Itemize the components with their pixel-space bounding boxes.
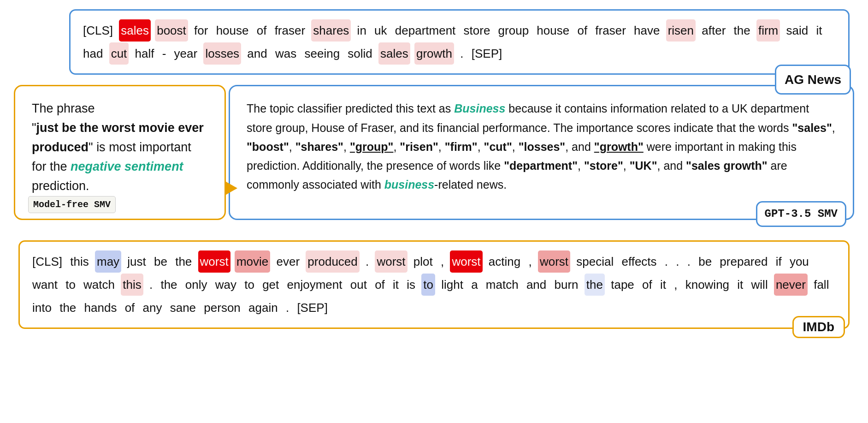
token: for: [192, 19, 210, 42]
token: firm: [756, 19, 780, 42]
model-free-suffix: prediction.: [32, 179, 89, 193]
token: of: [640, 274, 654, 296]
token: just: [125, 250, 148, 273]
token: .: [364, 250, 371, 273]
token: and: [525, 274, 548, 296]
token: worst: [375, 250, 407, 273]
token: in: [355, 19, 368, 42]
model-free-label: Model-free SMV: [28, 196, 116, 213]
gpt-text-part: "sales growth": [686, 159, 768, 172]
token: boost: [155, 19, 188, 42]
token: special: [574, 250, 615, 273]
token: solid: [346, 42, 374, 65]
gpt-text-part: business: [384, 178, 434, 191]
gpt-text-part: ,: [478, 140, 484, 153]
token: into: [30, 297, 53, 319]
gpt-explanation-text: The topic classifier predicted this text…: [247, 99, 836, 194]
token: again: [247, 297, 280, 319]
token: ,: [672, 274, 679, 296]
gpt-text-part: , and: [657, 159, 686, 172]
token: [SEP]: [295, 297, 329, 319]
gpt-smv-box: The topic classifier predicted this text…: [229, 85, 854, 220]
token: growth: [414, 42, 454, 65]
model-free-prefix: The phrase: [32, 101, 95, 115]
token: worst: [450, 250, 482, 273]
gpt-text-part: ,: [623, 159, 630, 172]
gpt-text-part: The topic classifier predicted this text…: [247, 102, 454, 115]
token: the: [159, 274, 179, 296]
token: prepared: [718, 250, 769, 273]
token: .: [148, 274, 154, 296]
token: ever: [275, 250, 302, 273]
gpt-text-part: ,: [438, 140, 445, 153]
token: -: [160, 42, 168, 65]
token: the: [58, 297, 78, 319]
token: hands: [83, 297, 119, 319]
token: this: [121, 274, 143, 296]
token: produced: [306, 250, 359, 273]
token: ,: [526, 250, 533, 273]
token: have: [632, 19, 661, 42]
token: half: [133, 42, 156, 65]
gpt-text-part: "group": [350, 140, 394, 153]
token: watch: [82, 274, 117, 296]
ag-news-tokens: [CLS] sales boost for house of fraser sh…: [81, 19, 838, 65]
token: risen: [666, 19, 696, 42]
token: plot: [412, 250, 435, 273]
token: sane: [168, 297, 198, 319]
token: house: [214, 19, 251, 42]
token: effects: [620, 250, 658, 273]
token: it: [735, 274, 745, 296]
model-free-smv-box: The phrase "just be the worst movie ever…: [14, 85, 226, 220]
token: it: [391, 274, 401, 296]
token: was: [273, 42, 298, 65]
gpt-text-part: "firm": [445, 140, 478, 153]
token: any: [141, 297, 164, 319]
token: a: [469, 274, 479, 296]
token: after: [700, 19, 727, 42]
token: it: [658, 274, 668, 296]
token: fraser: [593, 19, 627, 42]
token: you: [788, 250, 811, 273]
token: enjoyment: [285, 274, 344, 296]
token: want: [30, 274, 59, 296]
token: department: [393, 19, 458, 42]
imdb-tokens: [CLS] this may just be the worst movie e…: [30, 250, 838, 320]
token: this: [68, 250, 90, 273]
middle-row: The phrase "just be the worst movie ever…: [14, 78, 854, 220]
token: and: [245, 42, 269, 65]
token: may: [95, 250, 121, 273]
token: the: [732, 19, 752, 42]
gpt-text-part: ,: [512, 140, 519, 153]
token: if: [774, 250, 784, 273]
token: ,: [439, 250, 446, 273]
gpt-text-part: , and: [565, 140, 594, 153]
token: fall: [812, 274, 831, 296]
token: knowing: [684, 274, 731, 296]
token: sales: [378, 42, 410, 65]
token: is: [405, 274, 417, 296]
imdb-token-box: [CLS] this may just be the worst movie e…: [18, 240, 850, 329]
gpt-text-part: "growth": [594, 140, 644, 153]
model-free-quote-close: ": [89, 140, 93, 154]
gpt-text-part: ,: [289, 140, 295, 153]
token: of: [123, 297, 137, 319]
gpt-text-part: "sales": [792, 121, 832, 134]
gpt-text-part: -related news.: [434, 178, 507, 191]
gpt-text-part: "shares": [295, 140, 343, 153]
token: be: [152, 250, 169, 273]
gpt-text-part: ,: [343, 140, 350, 153]
token: house: [535, 19, 571, 42]
gpt-text-part: "department": [504, 159, 578, 172]
imdb-label: IMDb: [792, 316, 845, 338]
gpt-text-part: "store": [584, 159, 623, 172]
gpt-text-part: ,: [832, 121, 835, 134]
gpt-text-part: "boost": [247, 140, 289, 153]
ag-news-label: AG News: [775, 65, 851, 95]
gpt-text-part: "risen": [400, 140, 438, 153]
token: had: [81, 42, 105, 65]
token: .: [458, 42, 465, 65]
token: person: [202, 297, 242, 319]
token: to: [64, 274, 77, 296]
gpt-label: GPT-3.5 SMV: [756, 201, 846, 227]
